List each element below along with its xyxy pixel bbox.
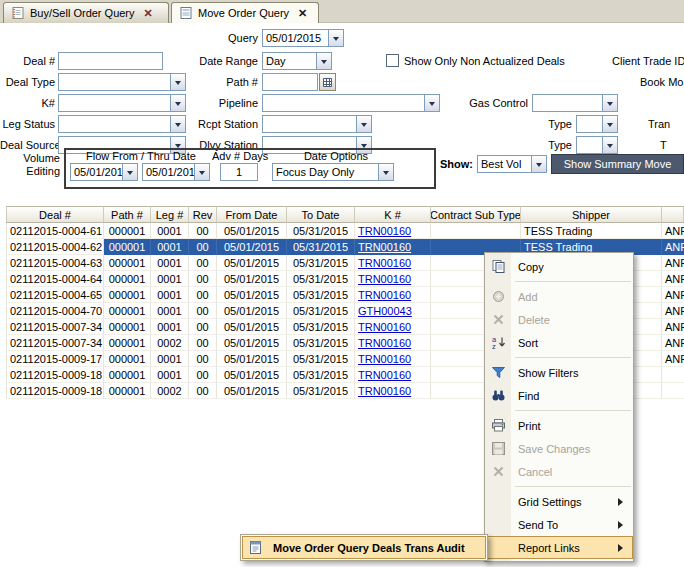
column-header-k[interactable]: K #: [355, 206, 431, 223]
rcpt-station-select[interactable]: [262, 115, 372, 133]
cell-path[interactable]: 000001: [104, 271, 151, 287]
column-header-spare[interactable]: [662, 206, 684, 223]
cell-leg[interactable]: 0001: [151, 271, 189, 287]
cell-last[interactable]: ANR: [662, 271, 684, 287]
pipeline-select[interactable]: [262, 94, 440, 112]
cell-from[interactable]: 05/01/2015: [217, 319, 287, 335]
rcpt-type-select[interactable]: [576, 115, 618, 133]
cell-from[interactable]: 05/01/2015: [217, 271, 287, 287]
cell-rev[interactable]: 00: [189, 367, 217, 383]
cell-to[interactable]: 05/31/2015: [287, 303, 355, 319]
cell-deal[interactable]: 02112015-0004-62: [6, 239, 104, 255]
menu-item-delete[interactable]: Delete: [485, 308, 633, 331]
dropdown-arrow-icon[interactable]: [602, 95, 617, 111]
cell-k[interactable]: TRN00160: [355, 287, 431, 303]
dropdown-arrow-icon[interactable]: [378, 164, 393, 180]
cell-k[interactable]: TRN00160: [355, 239, 431, 255]
cell-to[interactable]: 05/31/2015: [287, 383, 355, 399]
column-header-deal[interactable]: Deal #: [6, 206, 104, 223]
cell-deal[interactable]: 02112015-0007-34: [6, 335, 104, 351]
menu-item-send-to[interactable]: Send To: [485, 513, 633, 536]
cell-path[interactable]: 000001: [104, 287, 151, 303]
cell-to[interactable]: 05/31/2015: [287, 271, 355, 287]
cell-last[interactable]: ANR: [662, 287, 684, 303]
cell-rev[interactable]: 00: [189, 271, 217, 287]
menu-item-grid-settings[interactable]: Grid Settings: [485, 490, 633, 513]
cell-last[interactable]: ANR: [662, 223, 684, 239]
query-select[interactable]: 05/01/2015: [262, 29, 344, 47]
show-select[interactable]: Best Vol: [477, 155, 547, 173]
cell-leg[interactable]: 0002: [151, 335, 189, 351]
adv-days-input[interactable]: [220, 163, 258, 181]
menu-item-find[interactable]: Find: [485, 384, 633, 407]
cell-leg[interactable]: 0001: [151, 303, 189, 319]
cell-to[interactable]: 05/31/2015: [287, 367, 355, 383]
cell-rev[interactable]: 00: [189, 223, 217, 239]
flow-from-date-select[interactable]: 05/01/2015: [70, 163, 138, 181]
cell-deal[interactable]: 02112015-0009-17: [6, 351, 104, 367]
cell-last[interactable]: ANR: [662, 319, 684, 335]
dropdown-arrow-icon[interactable]: [356, 116, 371, 132]
cell-from[interactable]: 05/01/2015: [217, 383, 287, 399]
k-number-select[interactable]: [58, 94, 186, 112]
cell-rev[interactable]: 00: [189, 239, 217, 255]
cell-to[interactable]: 05/31/2015: [287, 223, 355, 239]
cell-from[interactable]: 05/01/2015: [217, 223, 287, 239]
cell-k[interactable]: TRN00160: [355, 367, 431, 383]
cell-deal[interactable]: 02112015-0009-18: [6, 383, 104, 399]
cell-deal[interactable]: 02112015-0004-70: [6, 303, 104, 319]
menu-item-print[interactable]: Print: [485, 414, 633, 437]
menu-item-report-links[interactable]: Report Links: [485, 536, 633, 559]
show-only-non-actualized-checkbox[interactable]: [386, 54, 399, 67]
cell-deal[interactable]: 02112015-0009-18: [6, 367, 104, 383]
cell-k[interactable]: TRN00160: [355, 383, 431, 399]
cell-to[interactable]: 05/31/2015: [287, 287, 355, 303]
cell-rev[interactable]: 00: [189, 303, 217, 319]
dropdown-arrow-icon[interactable]: [122, 164, 137, 180]
column-header-leg[interactable]: Leg #: [151, 206, 189, 223]
cell-path[interactable]: 000001: [104, 303, 151, 319]
grid-row[interactable]: 02112015-0004-6100000100010005/01/201505…: [6, 223, 684, 239]
column-header-path[interactable]: Path #: [104, 206, 151, 223]
cell-leg[interactable]: 0001: [151, 351, 189, 367]
cell-rev[interactable]: 00: [189, 319, 217, 335]
cell-shipper[interactable]: TESS Trading: [521, 223, 662, 239]
cell-from[interactable]: 05/01/2015: [217, 335, 287, 351]
cell-path[interactable]: 000001: [104, 383, 151, 399]
cell-to[interactable]: 05/31/2015: [287, 351, 355, 367]
cell-rev[interactable]: 00: [189, 255, 217, 271]
cell-k[interactable]: TRN00160: [355, 335, 431, 351]
cell-k[interactable]: GTH00043: [355, 303, 431, 319]
cell-k[interactable]: TRN00160: [355, 351, 431, 367]
cell-path[interactable]: 000001: [104, 255, 151, 271]
cell-sub[interactable]: [431, 223, 521, 239]
dropdown-arrow-icon[interactable]: [194, 164, 209, 180]
submenu-item-move-order-query-deals-trans-audit[interactable]: Move Order Query Deals Trans Audit: [242, 536, 486, 559]
column-header-rev[interactable]: Rev: [189, 206, 217, 223]
tab-buy-sell-order-query[interactable]: Buy/Sell Order Query ✕: [3, 2, 169, 23]
cell-deal[interactable]: 02112015-0004-65: [6, 287, 104, 303]
cell-from[interactable]: 05/01/2015: [217, 303, 287, 319]
column-header-from-date[interactable]: From Date: [217, 206, 287, 223]
cell-to[interactable]: 05/31/2015: [287, 319, 355, 335]
show-summary-move-button[interactable]: Show Summary Move: [551, 154, 684, 174]
cell-k[interactable]: TRN00160: [355, 271, 431, 287]
cell-path[interactable]: 000001: [104, 351, 151, 367]
cell-leg[interactable]: 0001: [151, 319, 189, 335]
cell-last[interactable]: ANR: [662, 239, 684, 255]
menu-item-copy[interactable]: Copy: [485, 255, 633, 278]
menu-item-save-changes[interactable]: Save Changes: [485, 437, 633, 460]
cell-last[interactable]: ANR: [662, 335, 684, 351]
cell-to[interactable]: 05/31/2015: [287, 239, 355, 255]
flow-thru-date-select[interactable]: 05/01/2015: [142, 163, 210, 181]
cell-path[interactable]: 000001: [104, 319, 151, 335]
cell-last[interactable]: ANR: [662, 303, 684, 319]
gas-control-select[interactable]: [532, 94, 618, 112]
deal-type-select[interactable]: [58, 73, 186, 91]
cell-k[interactable]: TRN00160: [355, 223, 431, 239]
cell-k[interactable]: TRN00160: [355, 255, 431, 271]
cell-path[interactable]: 000001: [104, 239, 151, 255]
tab-close-icon[interactable]: ✕: [144, 7, 153, 20]
cell-to[interactable]: 05/31/2015: [287, 335, 355, 351]
cell-k[interactable]: TRN00160: [355, 319, 431, 335]
